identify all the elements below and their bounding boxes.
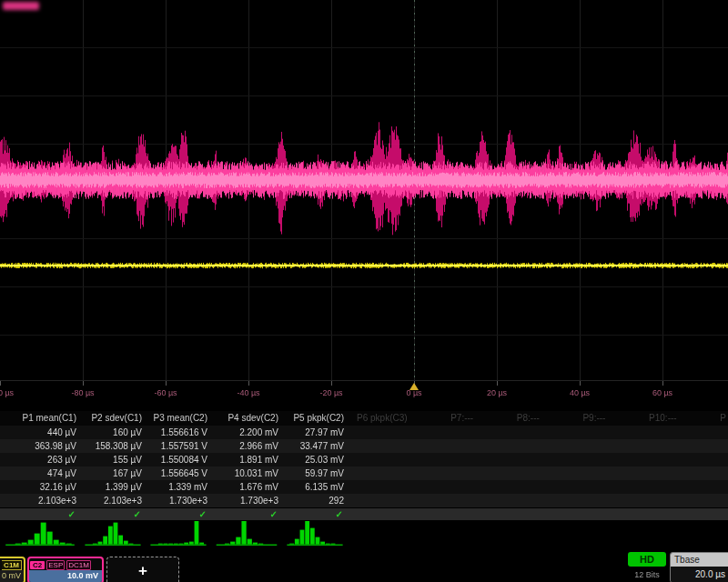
measurement-value: 2.103e+3 <box>0 494 80 507</box>
measurement-table: P1 mean(C1)P2 sdev(C1)P3 mean(C2)P4 sdev… <box>0 411 728 547</box>
measurement-header-unused[interactable]: P <box>720 411 726 426</box>
timebase-descriptor[interactable]: Tbase 20.0 µs <box>670 552 728 582</box>
measurement-histicon[interactable] <box>211 521 282 547</box>
measurement-row: 2.103e+32.103e+31.730e+31.730e+3292 <box>0 494 728 507</box>
measurement-histicons-row <box>0 521 728 547</box>
measurement-histicon[interactable] <box>146 521 211 547</box>
time-axis-tick <box>580 381 581 386</box>
measurement-value: 160 µV <box>80 426 146 439</box>
time-axis: -100 µs-80 µs-60 µs-40 µs-20 µs0 µs20 µs… <box>0 380 728 410</box>
measurement-header-unused[interactable]: P9:--- <box>582 411 605 426</box>
measurement-value: 2.103e+3 <box>80 494 146 507</box>
measurement-value: 2.200 mV <box>211 426 282 439</box>
waveform-canvas[interactable] <box>0 0 728 382</box>
c1-volts-per-div: 0 mV <box>0 570 24 582</box>
measurement-status-check: ✓ <box>282 508 348 520</box>
time-axis-label: 20 µs <box>487 388 507 397</box>
channel-c2-descriptor[interactable]: C2 ESP DC1M 10.0 mV <box>27 557 104 582</box>
time-axis-tick <box>497 381 498 386</box>
time-axis-label: -80 µs <box>71 388 94 397</box>
measurement-value: 158.308 µV <box>80 439 146 453</box>
measurement-value: 27.97 mV <box>282 426 348 439</box>
time-axis-label: -60 µs <box>154 388 177 397</box>
timebase-per-div: 20.0 µs <box>671 567 728 582</box>
measurement-status-check: ✓ <box>80 508 146 520</box>
measurement-status-row: ✓✓✓✓✓ <box>0 508 728 520</box>
measurement-value: 1.550084 V <box>146 453 211 467</box>
measurement-value: 440 µV <box>0 426 80 439</box>
measurement-header-unused[interactable]: P8:--- <box>517 411 540 426</box>
measurement-histicon[interactable] <box>0 521 80 547</box>
hd-mode-badge[interactable]: HD <box>628 552 666 567</box>
measurement-status-check: ✓ <box>146 508 211 520</box>
measurement-header[interactable]: P5 pkpk(C2) <box>282 411 348 426</box>
measurement-value: 1.730e+3 <box>211 494 282 507</box>
measurement-value: 1.557591 V <box>146 439 211 453</box>
time-axis-tick <box>248 381 249 386</box>
time-axis-label: 60 µs <box>652 388 672 397</box>
c2-channel-badge: C2 <box>30 561 45 569</box>
measurement-value: 1.676 mV <box>211 480 282 494</box>
measurement-row: 440 µV160 µV1.556616 V2.200 mV27.97 mV <box>0 426 728 439</box>
measurement-value: 167 µV <box>80 467 146 480</box>
measurement-histicon[interactable] <box>282 521 348 547</box>
c1-coupling-badge: C1M <box>2 560 22 570</box>
measurement-value: 263 µV <box>0 453 80 467</box>
measurement-value: 59.97 mV <box>282 467 348 480</box>
measurement-row: 32.16 µV1.399 µV1.339 mV1.676 mV6.135 mV <box>0 480 728 494</box>
measurement-value: 292 <box>282 494 348 507</box>
timebase-title: Tbase <box>671 553 728 567</box>
time-axis-tick <box>0 381 1 386</box>
measurement-value: 25.03 mV <box>282 453 348 467</box>
measurement-value: 1.730e+3 <box>146 494 211 507</box>
trigger-position-marker[interactable] <box>410 383 419 390</box>
time-axis-tick <box>83 381 84 386</box>
resolution-bits-label: 12 Bits <box>622 570 672 579</box>
waveform-grid-area[interactable] <box>0 0 728 382</box>
time-axis-label: -20 µs <box>319 388 342 397</box>
measurement-row: 363.98 µV158.308 µV1.557591 V2.966 mV33.… <box>0 439 728 453</box>
c2-esp-badge: ESP <box>46 560 65 570</box>
add-trace-button[interactable]: + <box>106 557 179 582</box>
top-left-trace-annotation <box>3 2 39 10</box>
measurement-value: 6.135 mV <box>282 480 348 494</box>
measurement-value: 2.966 mV <box>211 439 282 453</box>
measurement-value: 1.556616 V <box>146 426 211 439</box>
time-axis-label: -40 µs <box>237 388 259 397</box>
measurement-value: 33.477 mV <box>282 439 348 453</box>
measurement-header-unused[interactable]: P6 pkpk(C3) <box>357 411 408 426</box>
oscilloscope-screen: -100 µs-80 µs-60 µs-40 µs-20 µs0 µs20 µs… <box>0 0 728 582</box>
measurement-value: 1.339 mV <box>146 480 211 494</box>
time-axis-tick <box>662 381 663 386</box>
measurement-value: 363.98 µV <box>0 439 80 453</box>
measurement-header[interactable]: P1 mean(C1) <box>0 411 80 426</box>
measurement-header[interactable]: P2 sdev(C1) <box>80 411 146 426</box>
measurement-value: 32.16 µV <box>0 480 80 494</box>
measurement-value: 1.556645 V <box>146 467 211 480</box>
measurement-value: 1.891 mV <box>211 453 282 467</box>
measurement-header[interactable]: P4 sdev(C2) <box>211 411 282 426</box>
measurement-value: 10.031 mV <box>211 467 282 480</box>
time-axis-label: -100 µs <box>0 388 14 397</box>
measurement-value: 1.399 µV <box>80 480 146 494</box>
measurement-header-unused[interactable]: P10:--- <box>649 411 677 426</box>
measurement-value: 155 µV <box>80 453 146 467</box>
measurement-header-row: P1 mean(C1)P2 sdev(C1)P3 mean(C2)P4 sdev… <box>0 411 728 426</box>
measurement-value: 474 µV <box>0 467 80 480</box>
c2-volts-per-div: 10.0 mV <box>29 570 102 582</box>
measurement-header-unused[interactable]: P7:--- <box>450 411 473 426</box>
unused-measurement-slots: P6 pkpk(C3)P7:---P8:---P9:---P10:---P <box>357 411 726 426</box>
measurement-status-check: ✓ <box>0 508 80 520</box>
time-axis-tick <box>331 381 332 386</box>
bottom-descriptor-bar: C1M 0 mV C2 ESP DC1M 10.0 mV + HD 12 Bit… <box>0 549 728 582</box>
measurement-header[interactable]: P3 mean(C2) <box>146 411 211 426</box>
measurement-histicon[interactable] <box>80 521 146 547</box>
measurement-row: 263 µV155 µV1.550084 V1.891 mV25.03 mV <box>0 453 728 467</box>
time-axis-label: 40 µs <box>570 388 590 397</box>
measurement-status-check: ✓ <box>211 508 282 520</box>
measurement-row: 474 µV167 µV1.556645 V10.031 mV59.97 mV <box>0 467 728 480</box>
time-axis-tick <box>166 381 167 386</box>
c2-coupling-badge: DC1M <box>66 560 91 570</box>
channel-c1-descriptor[interactable]: C1M 0 mV <box>0 557 25 582</box>
